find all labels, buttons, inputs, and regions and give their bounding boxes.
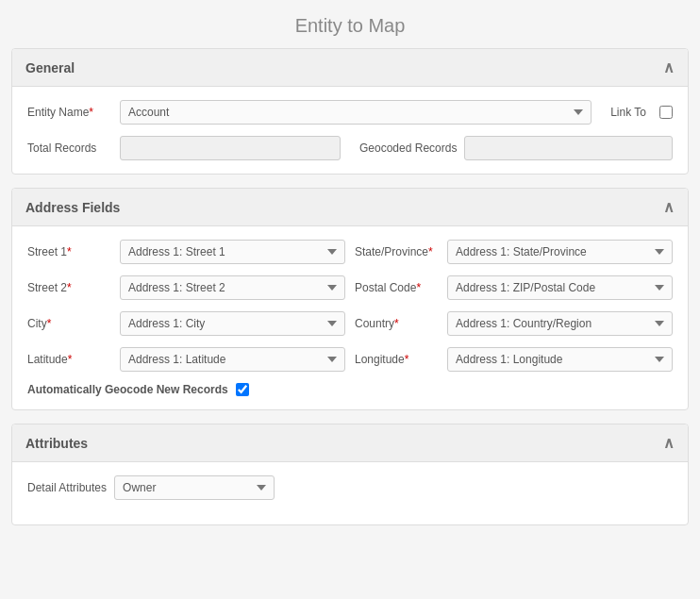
attributes-section-body: Detail Attributes Owner	[12, 462, 688, 524]
detail-attributes-row: Detail Attributes Owner	[27, 475, 673, 500]
address-section: Address Fields ∧ Street 1* Address 1: St…	[11, 188, 689, 410]
detail-attributes-label: Detail Attributes	[27, 481, 107, 494]
country-col: Country* Address 1: Country/Region	[355, 311, 673, 336]
auto-geocode-label: Automatically Geocode New Records	[27, 383, 228, 396]
state-select[interactable]: Address 1: State/Province	[447, 240, 673, 264]
general-section-header: General ∧	[12, 49, 688, 87]
latitude-col: Latitude* Address 1: Latitude	[27, 347, 345, 372]
street1-row: Street 1* Address 1: Street 1 State/Prov…	[27, 240, 673, 264]
postal-label: Postal Code*	[355, 281, 440, 294]
total-records-label: Total Records	[27, 141, 112, 155]
city-label: City*	[27, 317, 112, 330]
street1-select[interactable]: Address 1: Street 1	[120, 240, 345, 264]
street2-row: Street 2* Address 1: Street 2 Postal Cod…	[27, 275, 673, 300]
link-to-label: Link To	[610, 106, 646, 119]
postal-col: Postal Code* Address 1: ZIP/Postal Code	[355, 275, 673, 300]
street1-label: Street 1*	[27, 245, 112, 258]
geocoded-records-col: Geocoded Records 109	[359, 136, 673, 160]
records-row: Total Records 109 Geocoded Records 109	[27, 136, 673, 160]
state-col: State/Province* Address 1: State/Provinc…	[355, 240, 673, 264]
entity-name-label: Entity Name*	[27, 106, 112, 119]
auto-geocode-checkbox[interactable]	[236, 383, 249, 396]
longitude-select[interactable]: Address 1: Longitude	[447, 347, 673, 372]
city-col: City* Address 1: City	[27, 311, 345, 336]
total-records-input: 109	[120, 136, 341, 160]
attributes-section: Attributes ∧ Detail Attributes Owner	[11, 424, 689, 525]
entity-name-col: Entity Name* Account	[27, 100, 592, 125]
total-records-col: Total Records 109	[27, 136, 341, 160]
attributes-section-header: Attributes ∧	[12, 424, 688, 462]
longitude-label: Longitude*	[355, 353, 440, 366]
latitude-label: Latitude*	[27, 353, 112, 366]
longitude-col: Longitude* Address 1: Longitude	[355, 347, 673, 372]
auto-geocode-row: Automatically Geocode New Records	[27, 383, 673, 396]
latitude-select[interactable]: Address 1: Latitude	[120, 347, 345, 372]
latlong-row: Latitude* Address 1: Latitude Longitude*…	[27, 347, 673, 372]
address-section-title: Address Fields	[25, 200, 120, 215]
attributes-section-title: Attributes	[25, 436, 88, 451]
country-label: Country*	[355, 317, 440, 330]
general-section-body: Entity Name* Account Link To Total Recor…	[12, 87, 688, 174]
detail-attributes-select[interactable]: Owner	[114, 475, 275, 500]
street2-label: Street 2*	[27, 281, 112, 294]
attributes-section-collapse-icon[interactable]: ∧	[663, 434, 675, 452]
detail-attributes-col: Detail Attributes Owner	[27, 475, 329, 500]
country-select[interactable]: Address 1: Country/Region	[447, 311, 673, 336]
street2-select[interactable]: Address 1: Street 2	[120, 275, 345, 300]
entity-name-select[interactable]: Account	[120, 100, 592, 125]
city-row: City* Address 1: City Country* Address 1…	[27, 311, 673, 336]
general-section-collapse-icon[interactable]: ∧	[663, 58, 675, 76]
link-to-checkbox[interactable]	[659, 106, 673, 119]
geocoded-records-input: 109	[464, 136, 673, 160]
entity-name-row: Entity Name* Account Link To	[27, 100, 673, 125]
geocoded-records-label: Geocoded Records	[359, 141, 457, 155]
address-section-collapse-icon[interactable]: ∧	[663, 198, 675, 216]
street1-col: Street 1* Address 1: Street 1	[27, 240, 345, 264]
postal-select[interactable]: Address 1: ZIP/Postal Code	[447, 275, 673, 300]
link-to-col: Link To	[610, 106, 673, 119]
address-section-body: Street 1* Address 1: Street 1 State/Prov…	[12, 226, 688, 409]
street2-col: Street 2* Address 1: Street 2	[27, 275, 345, 300]
page-title: Entity to Map	[0, 0, 700, 48]
address-section-header: Address Fields ∧	[12, 189, 688, 226]
general-section-title: General	[25, 60, 75, 75]
state-label: State/Province*	[355, 245, 440, 258]
general-section: General ∧ Entity Name* Account Link To T…	[11, 48, 689, 175]
city-select[interactable]: Address 1: City	[120, 311, 345, 336]
